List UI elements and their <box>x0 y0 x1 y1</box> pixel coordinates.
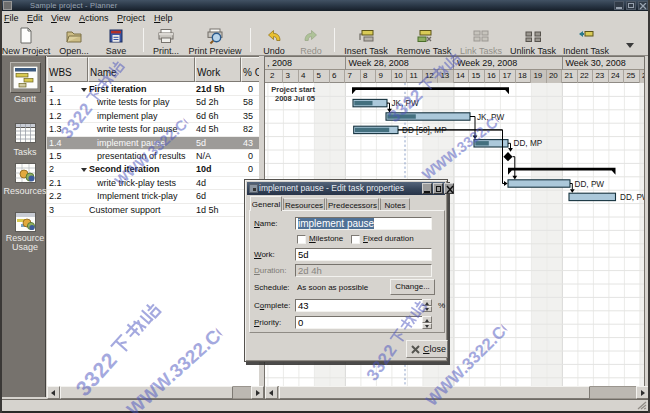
svg-text:2008 Jul 05: 2008 Jul 05 <box>275 94 315 103</box>
svg-text:DD, MP: DD, MP <box>514 139 543 148</box>
svg-text:DD, PW: DD, PW <box>575 180 605 189</box>
svg-text:DD, PW: DD, PW <box>620 193 645 202</box>
